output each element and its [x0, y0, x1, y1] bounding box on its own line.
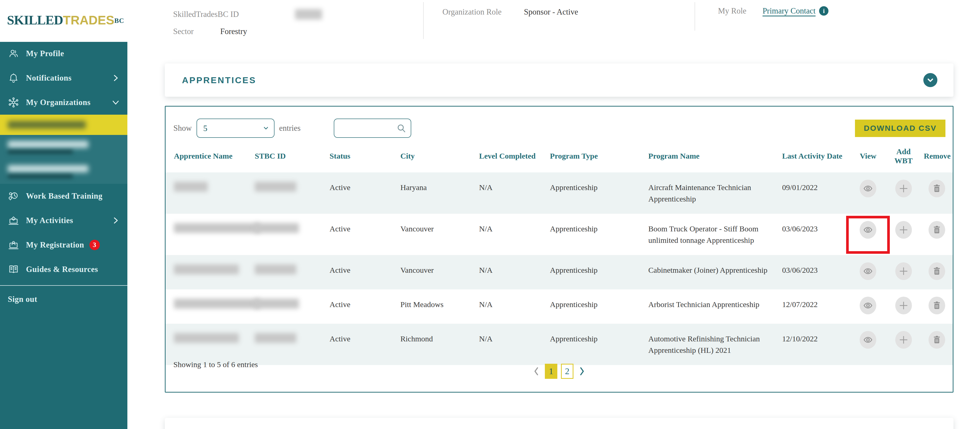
column-header-apprentice-name: Apprentice Name	[165, 142, 252, 172]
add-wbt-button[interactable]	[895, 221, 912, 239]
view-button[interactable]	[860, 180, 876, 197]
apprentices-table: Apprentice NameSTBC IDStatusCityLevel Co…	[165, 142, 953, 365]
cell-apprentice-name	[165, 255, 252, 289]
redacted-text	[8, 165, 88, 178]
view-button[interactable]	[860, 331, 876, 349]
cell-level-completed: N/A	[476, 289, 547, 324]
sidebar-item-notifications[interactable]: Notifications	[0, 66, 127, 90]
sector-label: Sector	[173, 27, 194, 36]
logo-part-trades: TRADES	[63, 13, 114, 27]
laptop-person-icon	[8, 239, 19, 250]
pagination-prev-button[interactable]	[532, 367, 540, 376]
apprentices-panel-header: APPRENTICES	[165, 64, 953, 97]
chevron-down-icon	[112, 99, 119, 106]
redacted-name	[174, 299, 260, 309]
header-divider	[423, 2, 424, 39]
sign-out-button[interactable]: Sign out	[0, 286, 127, 313]
pagination-page-1[interactable]: 1	[545, 364, 557, 379]
cell-city: Pitt Meadows	[398, 289, 476, 324]
redacted-name	[174, 265, 239, 274]
remove-button[interactable]	[929, 331, 945, 349]
next-panel-header-partial	[165, 418, 953, 429]
cell-apprentice-name	[165, 289, 252, 324]
sidebar-item-my-organizations[interactable]: My Organizations	[0, 90, 127, 115]
header-divider	[695, 2, 695, 31]
sidebar-item-organization[interactable]	[0, 135, 127, 159]
view-button[interactable]	[860, 262, 876, 280]
cell-program-name: Boom Truck Operator - Stiff Boom unlimit…	[646, 214, 780, 255]
pagination: 12	[532, 364, 586, 379]
table-row: ActiveHaryanaN/AApprenticeshipAircraft M…	[165, 172, 953, 214]
stbc-id-label: SkilledTradesBC ID	[173, 10, 239, 19]
column-header-level-completed: Level Completed	[476, 142, 547, 172]
plus-icon	[898, 225, 909, 235]
cell-view	[850, 255, 886, 289]
redacted-name	[174, 333, 239, 343]
download-csv-button[interactable]: DOWNLOAD CSV	[855, 120, 945, 137]
sidebar-nav: My ProfileNotificationsMy OrganizationsW…	[0, 41, 127, 282]
cell-city: Vancouver	[398, 255, 476, 289]
page-size-select[interactable]: 5	[197, 118, 275, 138]
main-content: APPRENTICES Show 5 entries	[127, 42, 980, 429]
sidebar-item-label: My Profile	[26, 49, 64, 58]
cell-last-activity-date: 03/06/2023	[780, 255, 851, 289]
laptop-mail-icon	[8, 215, 19, 226]
column-header-program-name: Program Name	[646, 142, 780, 172]
apprentices-table-card: Show 5 entries DOWNLOAD CSV Appren	[165, 106, 953, 392]
cell-last-activity-date: 12/07/2022	[780, 289, 851, 324]
skilledtradesbc-logo: SKILLEDTRADESBC	[7, 13, 124, 27]
page-size-value: 5	[203, 123, 207, 133]
bell-icon	[8, 72, 19, 84]
sidebar-item-label: My Activities	[26, 216, 73, 225]
table-body: ActiveHaryanaN/AApprenticeshipAircraft M…	[165, 172, 953, 365]
pagination-numbers: 12	[545, 364, 573, 379]
sidebar-item-label: My Registration	[26, 240, 84, 250]
remove-button[interactable]	[929, 180, 945, 197]
cell-apprentice-name	[165, 172, 252, 214]
cell-program-name: Aircraft Maintenance Technician Apprenti…	[646, 172, 780, 214]
cell-stbc-id	[252, 214, 327, 255]
add-wbt-button[interactable]	[895, 297, 912, 314]
sidebar-item-label: Guides & Resources	[26, 265, 98, 274]
org-role-label: Organization Role	[442, 7, 502, 17]
sidebar-item-work-based-training[interactable]: Work Based Training	[0, 184, 127, 208]
sidebar-item-guides-resources[interactable]: Guides & Resources	[0, 257, 127, 282]
remove-button[interactable]	[929, 262, 945, 280]
view-button[interactable]	[860, 221, 876, 239]
cell-add-wbt	[886, 172, 921, 214]
add-wbt-button[interactable]	[895, 262, 912, 280]
sidebar-item-my-activities[interactable]: My Activities	[0, 208, 127, 233]
trash-icon	[932, 225, 942, 235]
sidebar-item-my-profile[interactable]: My Profile	[0, 41, 127, 66]
add-wbt-button[interactable]	[895, 331, 912, 349]
gear-clock-icon	[8, 190, 19, 202]
table-footer: Showing 1 to 5 of 6 entries 12	[165, 356, 953, 392]
cell-program-type: Apprenticeship	[547, 289, 646, 324]
redacted-id	[255, 299, 299, 309]
pagination-next-button[interactable]	[578, 367, 586, 376]
trash-icon	[932, 335, 942, 345]
my-role-group: My Role Primary Contact i	[718, 6, 829, 16]
apprentices-collapse-button[interactable]	[923, 73, 937, 87]
logo-part-bc: BC	[115, 17, 124, 24]
entries-label: entries	[279, 123, 301, 133]
trash-icon	[932, 300, 942, 311]
cell-status: Active	[327, 255, 398, 289]
sidebar-item-selected-organization[interactable]	[0, 115, 127, 135]
org-id-sector-group: SkilledTradesBC ID Sector Forestry	[173, 6, 322, 40]
remove-button[interactable]	[929, 297, 945, 314]
add-wbt-button[interactable]	[895, 180, 912, 197]
plus-icon	[898, 266, 909, 276]
sidebar-item-organization[interactable]	[0, 159, 127, 184]
table-controls: Show 5 entries DOWNLOAD CSV	[165, 107, 953, 138]
info-icon[interactable]: i	[819, 6, 829, 16]
primary-contact-link[interactable]: Primary Contact	[762, 6, 815, 16]
remove-button[interactable]	[929, 221, 945, 239]
cell-program-name: Arborist Technician Apprenticeship	[646, 289, 780, 324]
search-icon	[396, 123, 407, 133]
plus-icon	[898, 183, 909, 194]
view-button[interactable]	[860, 297, 876, 314]
cell-program-type: Apprenticeship	[547, 255, 646, 289]
pagination-page-2[interactable]: 2	[561, 364, 573, 379]
sidebar-item-my-registration[interactable]: My Registration3	[0, 233, 127, 257]
